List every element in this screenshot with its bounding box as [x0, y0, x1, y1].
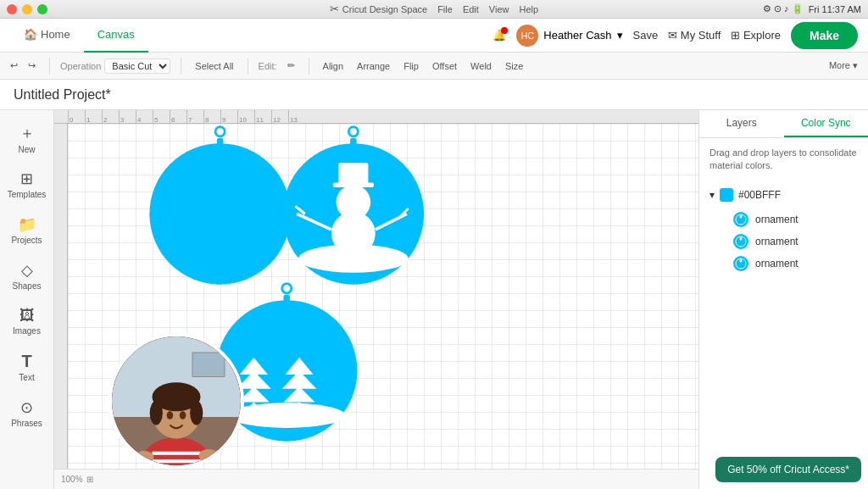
shapes-icon: ◇ [21, 261, 33, 280]
undo-redo-group: ↩ ↪ [7, 58, 39, 73]
svg-rect-49 [740, 215, 743, 217]
svg-rect-55 [740, 259, 743, 261]
layer-icon-3 [733, 256, 748, 271]
color-header[interactable]: ▾ #00BFFF [709, 188, 858, 202]
color-swatch [720, 188, 733, 202]
ornament-1 [149, 127, 291, 285]
separator3 [248, 58, 248, 75]
explore-icon: ⊞ [731, 29, 740, 42]
folder-icon: 📁 [18, 215, 36, 234]
save-button[interactable]: Save [633, 29, 659, 42]
sidebar-item-shapes[interactable]: ◇ Shapes [3, 254, 51, 297]
explore-button[interactable]: ⊞ Explore [731, 29, 781, 42]
mystuff-button[interactable]: ✉ My Stuff [668, 29, 721, 42]
notifications-button[interactable]: 🔔 [492, 29, 506, 42]
canvas-area[interactable]: 0 1 2 3 4 5 6 7 8 9 10 11 12 13 [54, 110, 698, 489]
avatar: HC [516, 25, 538, 47]
offset-button[interactable]: Offset [429, 59, 460, 73]
clock: Fri 11:37 AM [809, 4, 861, 14]
tab-colorsync[interactable]: Color Sync [784, 110, 869, 137]
layer-label-1: ornament [755, 214, 798, 225]
fullscreen-button[interactable] [37, 4, 47, 14]
grid-toggle-icon[interactable]: ⊞ [86, 475, 93, 484]
project-title: Untitled Project* [14, 87, 111, 103]
nav-bar: 🏠 Home Canvas 🔔 HC Heather Cash ▾ Save ✉… [0, 19, 868, 53]
redo-button[interactable]: ↪ [25, 58, 39, 73]
title-bar-right: ⚙ ⊙ ♪ 🔋 Fri 11:37 AM [763, 3, 861, 14]
ornament-2 [283, 127, 425, 285]
layer-icon-2 [733, 234, 748, 249]
arrange-button[interactable]: Arrange [353, 59, 393, 73]
images-icon: 🖼 [19, 307, 35, 325]
nav-canvas[interactable]: Canvas [84, 19, 148, 53]
bottom-bar: 100% ⊞ [54, 469, 698, 489]
panel-tabs: Layers Color Sync [699, 110, 868, 138]
zoom-level: 100% [61, 475, 83, 484]
close-button[interactable] [7, 4, 17, 14]
sidebar-item-images[interactable]: 🖼 Images [3, 300, 51, 342]
svg-point-43 [167, 411, 174, 420]
promo-banner[interactable]: Get 50% off Cricut Access* [715, 457, 861, 482]
separator4 [309, 58, 309, 75]
svg-point-42 [190, 401, 203, 425]
webcam-overlay [108, 333, 244, 469]
layer-label-2: ornament [755, 236, 798, 247]
status-icons: ⚙ ⊙ ♪ 🔋 [763, 3, 804, 14]
edit-pencil-button[interactable]: ✏ [284, 58, 298, 73]
traffic-lights [7, 4, 47, 14]
user-name: Heather Cash [543, 29, 611, 42]
user-menu[interactable]: HC Heather Cash ▾ [516, 25, 622, 47]
align-button[interactable]: Align [320, 59, 347, 73]
separator2 [181, 58, 181, 75]
color-section: ▾ #00BFFF ornament [699, 181, 868, 281]
right-panel: Layers Color Sync Drag and drop layers t… [698, 110, 868, 489]
size-button[interactable]: Size [502, 59, 526, 73]
svg-point-1 [215, 127, 225, 136]
undo-button[interactable]: ↩ [7, 58, 21, 73]
svg-point-9 [337, 185, 371, 219]
project-title-bar: Untitled Project* [0, 80, 868, 110]
left-sidebar: ＋ New ⊞ Templates 📁 Projects ◇ Shapes 🖼 … [0, 110, 54, 489]
layer-item-1[interactable]: ornament [709, 208, 858, 231]
layer-label-3: ornament [755, 258, 798, 270]
sidebar-item-templates[interactable]: ⊞ Templates [3, 163, 51, 205]
sidebar-item-phrases[interactable]: ⊙ Phrases [3, 392, 51, 434]
layer-icon-1 [733, 212, 748, 227]
sidebar-item-projects[interactable]: 📁 Projects [3, 208, 51, 251]
notification-dot [501, 27, 508, 34]
operation-select[interactable]: Basic Cut [104, 58, 170, 74]
select-all-button[interactable]: Select All [192, 59, 236, 73]
sidebar-item-text[interactable]: T Text [3, 346, 51, 388]
svg-point-20 [228, 403, 346, 428]
ruler-top: 0 1 2 3 4 5 6 7 8 9 10 11 12 13 [54, 110, 698, 124]
weld-button[interactable]: Weld [467, 59, 495, 73]
panel-hint-text: Drag and drop layers to consolidate mate… [699, 138, 868, 181]
svg-point-2 [149, 143, 291, 285]
title-bar: ✂ Cricut Design Space File Edit View Hel… [0, 0, 868, 19]
webcam-video [112, 336, 241, 465]
svg-rect-30 [295, 410, 303, 420]
nav-home[interactable]: 🏠 Home [10, 19, 84, 53]
ruler-marks-top: 0 1 2 3 4 5 6 7 8 9 10 11 12 13 [68, 110, 305, 124]
toolbar: ↩ ↪ Operation Basic Cut Select All Edit:… [0, 53, 868, 80]
sidebar-item-new[interactable]: ＋ New [3, 117, 51, 159]
more-button[interactable]: More ▾ [826, 58, 861, 73]
layer-item-3[interactable]: ornament [709, 253, 858, 275]
phrases-icon: ⊙ [20, 398, 33, 417]
svg-point-44 [180, 411, 186, 420]
tab-layers[interactable]: Layers [699, 110, 784, 137]
chevron-down-icon: ▾ [709, 189, 715, 201]
separator [49, 58, 50, 75]
main-layout: ＋ New ⊞ Templates 📁 Projects ◇ Shapes 🖼 … [0, 110, 868, 489]
svg-rect-52 [740, 237, 743, 239]
plus-icon: ＋ [19, 123, 35, 143]
svg-point-18 [282, 284, 292, 293]
templates-icon: ⊞ [20, 169, 33, 188]
flip-button[interactable]: Flip [400, 59, 422, 73]
make-button[interactable]: Make [791, 22, 858, 49]
minimize-button[interactable] [22, 4, 32, 14]
svg-rect-25 [250, 410, 258, 420]
envelope-icon: ✉ [668, 29, 677, 42]
svg-point-4 [348, 127, 358, 136]
layer-item-2[interactable]: ornament [709, 231, 858, 253]
